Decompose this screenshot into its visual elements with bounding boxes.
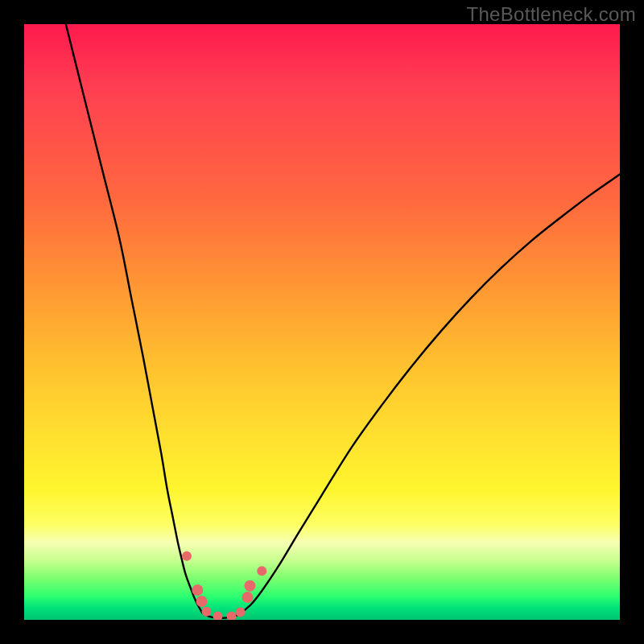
chart-frame: TheBottleneck.com (0, 0, 644, 644)
data-marker (192, 584, 203, 596)
data-marker (242, 592, 254, 603)
bottleneck-curve (66, 24, 620, 618)
data-marker (236, 607, 246, 617)
data-marker (257, 566, 266, 576)
curve-svg (24, 24, 620, 620)
watermark-text: TheBottleneck.com (466, 3, 636, 26)
data-marker (213, 612, 223, 620)
data-marker (227, 612, 237, 620)
plot-area (24, 24, 620, 620)
data-marker (244, 580, 255, 592)
data-marker (201, 607, 211, 617)
data-marker (196, 596, 208, 607)
data-marker (182, 551, 192, 561)
